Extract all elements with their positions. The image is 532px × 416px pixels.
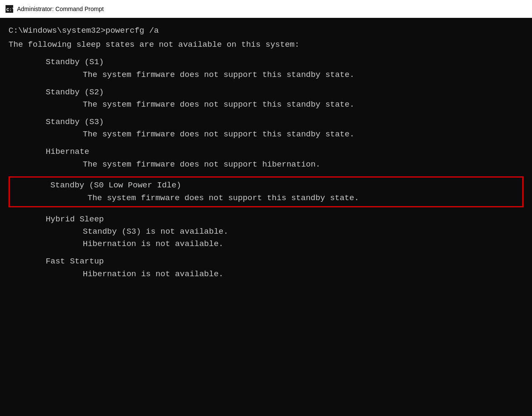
cmd-icon: C:\ [5, 5, 14, 13]
title-bar: C:\ Administrator: Command Prompt [0, 0, 532, 18]
standby-s0-msg: The system firmware does not support thi… [13, 192, 519, 204]
standby-s3-msg: The system firmware does not support thi… [9, 128, 523, 141]
header-line: The following sleep states are not avail… [9, 39, 523, 51]
window-title: Administrator: Command Prompt [17, 6, 104, 12]
hybrid-sleep-label: Hybrid Sleep [9, 213, 523, 226]
prompt-line: C:\Windows\system32>powercfg /a [9, 25, 523, 37]
hybrid-sleep-msg1: Standby (S3) is not available. [9, 226, 523, 238]
standby-s2-msg: The system firmware does not support thi… [9, 99, 523, 111]
hybrid-sleep-msg2: Hibernation is not available. [9, 238, 523, 250]
svg-text:C:\: C:\ [6, 7, 13, 12]
standby-s1-msg: The system firmware does not support thi… [9, 69, 523, 81]
standby-s2-label: Standby (S2) [9, 86, 523, 99]
fast-startup-msg: Hibernation is not available. [9, 268, 523, 280]
hibernate-msg: The system firmware does not support hib… [9, 158, 523, 171]
standby-s0-label: Standby (S0 Low Power Idle) [13, 179, 519, 192]
standby-s1-label: Standby (S1) [9, 56, 523, 68]
terminal-window: C:\Windows\system32>powercfg /a The foll… [0, 18, 532, 416]
standby-s3-label: Standby (S3) [9, 116, 523, 128]
highlighted-s0-block: Standby (S0 Low Power Idle) The system f… [9, 176, 523, 207]
fast-startup-label: Fast Startup [9, 255, 523, 268]
hibernate-label: Hibernate [9, 146, 523, 158]
